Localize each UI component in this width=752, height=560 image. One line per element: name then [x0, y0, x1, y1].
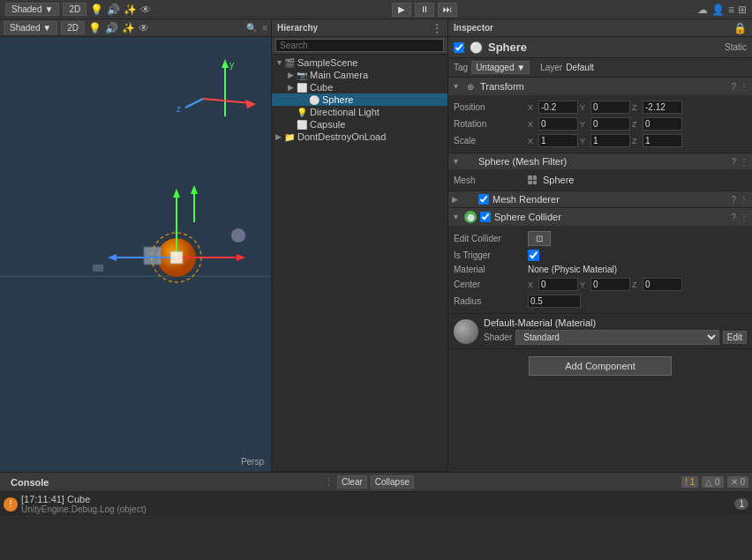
hierarchy-item-directionallight[interactable]: 💡 Directional Light: [272, 106, 447, 118]
material-name: Default-Material (Material): [484, 317, 747, 328]
tag-layer-row: Tag Untagged ▼ Layer Default: [448, 58, 752, 78]
mesh-renderer-checkbox[interactable]: [478, 194, 489, 205]
hierarchy-panel: Hierarchy ⋮ ▼ 🎬 SampleScene ▶ 📷 Main Cam…: [272, 19, 447, 472]
material-edit-button[interactable]: Edit: [723, 331, 747, 344]
is-trigger-label: Is Trigger: [454, 250, 524, 260]
inspector-lock-icon[interactable]: 🔒: [733, 22, 747, 34]
layers-icon[interactable]: ≡: [728, 4, 734, 16]
console-tab[interactable]: Console: [4, 475, 56, 489]
center-label: Center: [454, 280, 524, 289]
mesh-renderer-menu-button[interactable]: ⋮: [740, 195, 748, 205]
shader-dropdown[interactable]: Standard: [515, 330, 719, 345]
console-critical-badge: ✕ 0: [727, 476, 748, 488]
rotation-xyz: X Y Z: [528, 117, 682, 131]
scale-x-input[interactable]: [538, 134, 578, 147]
scene-menu-icon[interactable]: ≡: [262, 23, 267, 33]
hierarchy-title: Hierarchy: [277, 23, 318, 33]
rot-x-input[interactable]: [538, 117, 578, 131]
console-menu-icon[interactable]: ⋮: [324, 476, 334, 488]
mesh-filter-component: ▼ Sphere (Mesh Filter) ? ⋮ Mesh: [448, 153, 752, 191]
collapse-button[interactable]: Collapse: [371, 475, 414, 489]
position-row: Position X Y Z: [454, 99, 747, 116]
sphere-collider-help-button[interactable]: ?: [731, 213, 736, 222]
hierarchy-search-input[interactable]: [275, 39, 444, 52]
edit-collider-row: Edit Collider ⊡: [454, 229, 747, 248]
sphere-collider-header[interactable]: ▼ ⬤ Sphere Collider ? ⋮: [448, 208, 752, 226]
tree-item-label: DontDestroyOnLoad: [297, 131, 386, 142]
mesh-filter-menu-button[interactable]: ⋮: [740, 157, 748, 167]
transform-header[interactable]: ▼ ⊕ Transform ? ⋮: [448, 78, 752, 95]
is-trigger-checkbox[interactable]: [528, 250, 539, 261]
sphere-collider-menu-button[interactable]: ⋮: [740, 213, 748, 222]
account-icon[interactable]: 👤: [711, 4, 725, 16]
transform-arrow-icon: ▼: [452, 82, 461, 91]
pos-z-input[interactable]: [643, 101, 682, 114]
sphere-collider-checkbox[interactable]: [480, 212, 491, 222]
step-button[interactable]: ⏭: [438, 3, 457, 17]
light-icon[interactable]: 💡: [90, 4, 103, 16]
sphere-collider-icon: ⬤: [464, 211, 477, 223]
center-z-input[interactable]: [643, 278, 682, 291]
object-name: Sphere: [488, 41, 719, 54]
transform-help-button[interactable]: ?: [731, 82, 736, 92]
fx-icon[interactable]: ✨: [124, 4, 137, 16]
transform-icon: ⊕: [464, 80, 477, 93]
pause-button[interactable]: ⏸: [415, 3, 434, 17]
play-button[interactable]: ▶: [392, 3, 411, 17]
transform-menu-button[interactable]: ⋮: [740, 82, 748, 92]
mesh-filter-help-button[interactable]: ?: [731, 157, 736, 167]
hierarchy-item-maincamera[interactable]: ▶ 📷 Main Camera: [272, 69, 447, 81]
hierarchy-item-capsule[interactable]: ⬜ Capsule: [272, 118, 447, 131]
scale-z-input[interactable]: [643, 134, 682, 147]
rot-z-input[interactable]: [643, 117, 682, 131]
hierarchy-menu-icon[interactable]: ⋮: [432, 22, 442, 34]
center-x-input[interactable]: [538, 278, 578, 291]
shading-mode-dropdown[interactable]: Shaded ▼: [5, 3, 59, 16]
layout-icon[interactable]: ⊞: [738, 4, 747, 16]
mesh-renderer-help-button[interactable]: ?: [731, 195, 736, 205]
console-entry-count: 1: [734, 498, 748, 510]
add-component-button[interactable]: Add Component: [529, 356, 672, 376]
scale-y-label: Y: [580, 137, 589, 146]
rot-x-label: X: [528, 120, 537, 129]
pos-y-input[interactable]: [590, 101, 630, 114]
radius-input[interactable]: [528, 295, 581, 308]
scene-light-icon[interactable]: 💡: [88, 22, 102, 34]
2d-label: 2D: [69, 4, 80, 14]
scene-gizmos-icon[interactable]: 👁: [139, 22, 149, 34]
scene-audio-icon[interactable]: 🔊: [105, 22, 118, 34]
mesh-renderer-header[interactable]: ▶ Mesh Renderer ? ⋮: [448, 191, 752, 207]
edit-collider-button[interactable]: ⊡: [528, 231, 551, 246]
tag-dropdown[interactable]: Untagged ▼: [471, 61, 530, 74]
object-active-checkbox[interactable]: [454, 42, 464, 53]
collab-icon[interactable]: ☁: [697, 4, 708, 16]
collider-material-value: None (Physic Material): [528, 265, 747, 274]
center-y-input[interactable]: [590, 278, 630, 291]
audio-icon[interactable]: 🔊: [107, 4, 120, 16]
layer-label: Layer: [540, 63, 562, 72]
scene-canvas[interactable]: y z: [0, 37, 271, 472]
mesh-value-icon: [528, 175, 537, 184]
console-log-entry[interactable]: ! [17:11:41] Cube UnityEngine.Debug.Log …: [0, 492, 752, 517]
scale-x-label: X: [528, 137, 537, 146]
hierarchy-item-dontdestroy[interactable]: ▶ 📁 DontDestroyOnLoad: [272, 131, 447, 143]
clear-button[interactable]: Clear: [337, 475, 367, 489]
scene-search-icon[interactable]: 🔍: [246, 23, 257, 33]
gizmos-icon[interactable]: 👁: [140, 4, 151, 16]
hierarchy-item-sphere[interactable]: ⚪ Sphere: [272, 93, 447, 106]
collider-material-label: Material: [454, 265, 524, 274]
scene-fx-icon[interactable]: ✨: [122, 22, 135, 34]
hierarchy-header: Hierarchy ⋮: [272, 19, 447, 37]
hierarchy-item-cube[interactable]: ▶ ⬜ Cube: [272, 81, 447, 93]
hierarchy-item-samplescene[interactable]: ▼ 🎬 SampleScene: [272, 56, 447, 69]
top-bar-right: ☁ 👤 ≡ ⊞: [692, 4, 752, 16]
2d-mode-button[interactable]: 2D: [63, 3, 86, 16]
shading-dropdown[interactable]: Shaded ▼: [4, 21, 57, 34]
scale-y-input[interactable]: [590, 134, 630, 147]
2d-toggle[interactable]: 2D: [61, 21, 85, 34]
top-bar: Shaded ▼ 2D 💡 🔊 ✨ 👁 ▶ ⏸ ⏭ ☁ 👤 ≡ ⊞: [0, 0, 752, 19]
shader-label: Shader: [484, 332, 512, 342]
mesh-filter-header[interactable]: ▼ Sphere (Mesh Filter) ? ⋮: [448, 153, 752, 169]
rot-y-input[interactable]: [590, 117, 630, 131]
pos-x-input[interactable]: [538, 101, 578, 114]
